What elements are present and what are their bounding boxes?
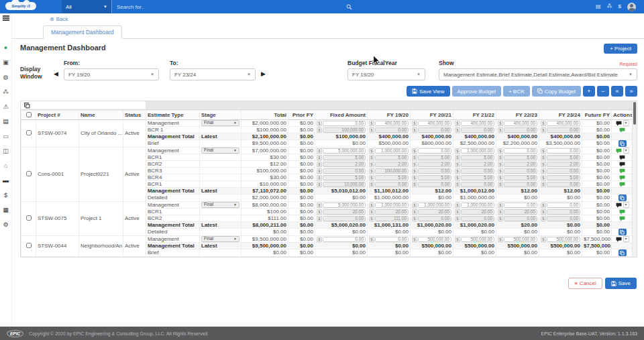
- save-view-button[interactable]: Save View: [407, 86, 450, 97]
- approve-budget-button[interactable]: Approve Budget: [452, 86, 501, 97]
- folder-icon[interactable]: ▭: [3, 133, 9, 139]
- copy-row-button[interactable]: [619, 194, 627, 201]
- finance-icon[interactable]: $: [4, 192, 7, 199]
- comment-button[interactable]: [619, 182, 625, 187]
- copy-row-button[interactable]: [619, 229, 627, 235]
- expand-chevron-button[interactable]: [623, 202, 629, 208]
- fy-amount-input[interactable]: [461, 203, 494, 208]
- scroll-right-button[interactable]: »: [625, 86, 637, 97]
- list-icon[interactable]: ▦: [3, 207, 9, 213]
- fixed-amount-input[interactable]: [323, 203, 366, 208]
- comment-button[interactable]: [619, 162, 625, 167]
- stage-select[interactable]: Final▼: [201, 236, 239, 242]
- expand-all-button[interactable]: +: [583, 86, 595, 97]
- cancel-button[interactable]: × Cancel: [568, 278, 602, 289]
- fy-amount-input[interactable]: [418, 203, 451, 208]
- finance-icon[interactable]: $: [619, 4, 621, 9]
- display-window-next-button[interactable]: ▶: [261, 70, 266, 77]
- tab-management-dashboard[interactable]: Management Dashboard: [43, 25, 122, 39]
- show-select[interactable]: Management Estimate,Brief Estimate,Detai…: [439, 68, 637, 80]
- fy-amount-input[interactable]: [375, 237, 409, 242]
- display-window-prev-button[interactable]: ◀: [54, 70, 58, 77]
- search-input[interactable]: [117, 4, 346, 10]
- menu-icon[interactable]: [3, 15, 9, 21]
- cell-fy-2: $: [453, 168, 496, 174]
- comment-button[interactable]: [619, 127, 625, 133]
- fy-amount-input[interactable]: [547, 121, 580, 126]
- fy-amount-input[interactable]: [418, 148, 451, 154]
- fy-amount-input[interactable]: [547, 237, 580, 242]
- stage-select[interactable]: Final▼: [201, 120, 239, 126]
- search-scope-select[interactable]: All ▼: [62, 0, 111, 13]
- globe-icon[interactable]: ●: [4, 45, 7, 51]
- fy-amount-input[interactable]: [504, 237, 537, 242]
- stage-select[interactable]: Final▼: [201, 202, 239, 208]
- fy-amount-input[interactable]: [504, 121, 537, 126]
- grid-vertical-scrollbar[interactable]: [632, 101, 637, 257]
- fy-amount-input[interactable]: [418, 121, 451, 126]
- fixed-amount-input[interactable]: [323, 237, 366, 242]
- copy-row-button[interactable]: [619, 249, 627, 256]
- comment-button[interactable]: [616, 203, 622, 208]
- fy-amount-input[interactable]: [461, 148, 494, 154]
- ledger-icon[interactable]: ▬: [3, 178, 9, 184]
- comment-button[interactable]: [616, 148, 622, 154]
- collapse-all-button[interactable]: −: [597, 86, 609, 97]
- fy-amount-input[interactable]: [547, 203, 580, 208]
- save-button[interactable]: Save: [605, 278, 637, 289]
- site-icon[interactable]: ⌂: [4, 163, 7, 169]
- fy-amount-input[interactable]: [418, 237, 451, 242]
- row-checkbox[interactable]: [26, 171, 32, 176]
- from-select[interactable]: FY 19/20 ▼: [64, 68, 159, 80]
- add-bcr-button[interactable]: + BCR: [503, 86, 530, 97]
- row-checkbox[interactable]: [26, 215, 32, 221]
- copy-budget-button[interactable]: Copy Budget: [532, 86, 581, 97]
- network-icon[interactable]: ⁂: [3, 89, 9, 95]
- fixed-amount-input[interactable]: [323, 148, 366, 154]
- to-select[interactable]: FY 23/24 ▼: [170, 68, 256, 80]
- document-icon[interactable]: ▤: [596, 4, 601, 9]
- fy-amount-input[interactable]: [461, 237, 494, 242]
- user-avatar[interactable]: [627, 3, 636, 11]
- vehicle-icon[interactable]: ▣: [3, 60, 9, 66]
- cell-future-fy: $0.00: [582, 181, 612, 188]
- settings-icon[interactable]: ⚙: [3, 222, 8, 228]
- expand-chevron-button[interactable]: [623, 120, 629, 126]
- fy-amount-input[interactable]: [375, 203, 409, 208]
- book-icon[interactable]: ◫: [3, 148, 9, 154]
- brand-logo[interactable]: Simplify i3: [0, 0, 62, 13]
- fixed-amount-input[interactable]: [323, 121, 366, 126]
- expand-chevron-button[interactable]: [623, 236, 629, 242]
- add-project-button[interactable]: + Project: [604, 44, 637, 54]
- stage-select[interactable]: Final▼: [201, 148, 239, 154]
- comment-button[interactable]: [619, 155, 625, 160]
- expand-chevron-button[interactable]: [623, 148, 629, 154]
- network-icon[interactable]: ⁂: [607, 4, 612, 9]
- fy-amount-input[interactable]: [504, 148, 537, 154]
- select-all-checkbox[interactable]: [26, 112, 32, 117]
- fy-amount-input[interactable]: [547, 148, 580, 154]
- scrollbar-thumb[interactable]: [633, 102, 636, 125]
- budget-fiscal-year-select[interactable]: FY 19/20 ▼: [347, 68, 425, 80]
- budget-toolbar: Save View Approve Budget + BCR Copy Budg…: [20, 86, 637, 97]
- row-checkbox[interactable]: [26, 130, 32, 135]
- fy-amount-input[interactable]: [375, 148, 409, 154]
- comment-button[interactable]: [619, 168, 625, 174]
- scroll-left-button[interactable]: «: [611, 86, 623, 97]
- comment-button[interactable]: [619, 209, 625, 215]
- comment-button[interactable]: [616, 121, 622, 126]
- comment-button[interactable]: [619, 175, 625, 180]
- fy-amount-input[interactable]: [375, 121, 409, 126]
- back-button[interactable]: ⊛ Back: [50, 16, 68, 22]
- search-icon[interactable]: [346, 4, 352, 10]
- document-icon[interactable]: ▤: [3, 119, 9, 125]
- fy-amount-input[interactable]: [504, 203, 537, 208]
- comment-button[interactable]: [619, 216, 625, 221]
- alert-icon[interactable]: ⚠: [3, 104, 8, 110]
- row-checkbox[interactable]: [26, 243, 32, 248]
- copy-row-button[interactable]: [619, 140, 627, 147]
- map-icon[interactable]: ◍: [3, 74, 9, 80]
- copy-grid-icon[interactable]: [24, 103, 30, 109]
- comment-button[interactable]: [616, 237, 622, 242]
- fy-amount-input[interactable]: [461, 121, 494, 126]
